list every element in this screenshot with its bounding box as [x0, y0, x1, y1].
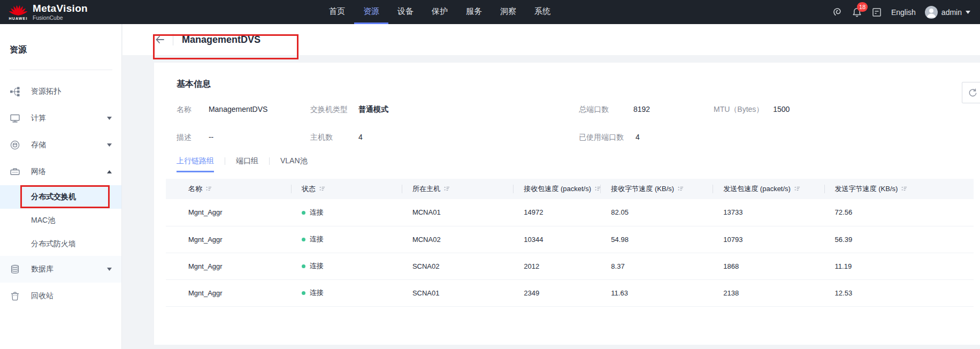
sidebar-item-label: 分布式防火墙: [31, 239, 76, 249]
sidebar-item-database[interactable]: 数据库: [0, 256, 121, 283]
table-row[interactable]: Mgnt_Aggr 连接 MCNA01 14972 82.05 13733 72…: [166, 199, 974, 226]
tab-port-group[interactable]: 端口组: [236, 156, 258, 172]
info-field-switch-type: 交换机类型 普通模式: [310, 105, 579, 115]
nav-item-home[interactable]: 首页: [320, 0, 354, 24]
title-divider: [173, 34, 173, 45]
col-header-tx-byte-rate[interactable]: 发送字节速度 (KB/s): [824, 179, 974, 199]
cell-rx-kb: 82.05: [600, 199, 713, 226]
col-header-rx-byte-rate[interactable]: 接收字节速度 (KB/s): [600, 179, 713, 199]
username-label: admin: [941, 8, 962, 17]
sidebar-item-label: 回收站: [31, 291, 53, 301]
refresh-button[interactable]: [962, 82, 980, 103]
product-subname: FusionCube: [33, 15, 88, 21]
sort-icon[interactable]: [794, 186, 800, 192]
sidebar-item-compute[interactable]: 计算: [0, 105, 121, 132]
sort-icon[interactable]: [901, 186, 907, 192]
storage-icon: [10, 140, 20, 150]
col-header-name[interactable]: 名称: [166, 179, 291, 199]
cell-rx-kb: 11.63: [600, 279, 713, 306]
cell-tx-kb: 11.19: [824, 253, 974, 279]
sidebar-item-network[interactable]: 网络: [0, 158, 121, 185]
sort-icon[interactable]: [678, 186, 684, 192]
page-title: ManagementDVS: [182, 34, 261, 45]
cell-rx-kb: 8.37: [600, 253, 713, 279]
main-navigation: 首页 资源 设备 保护 服务 洞察 系统: [320, 0, 560, 24]
topology-icon: [10, 86, 20, 97]
sidebar-item-mac-pool[interactable]: MAC池: [0, 209, 121, 232]
tab-vlan-pool[interactable]: VLAN池: [280, 156, 308, 172]
cell-rx-kb: 54.98: [600, 226, 713, 253]
network-icon: [10, 166, 20, 177]
sidebar-item-distributed-firewall[interactable]: 分布式防火墙: [0, 232, 121, 256]
recycle-bin-icon: [10, 291, 20, 301]
tab-uplink-group[interactable]: 上行链路组: [177, 156, 214, 172]
nav-item-devices[interactable]: 设备: [388, 0, 423, 24]
cell-name: Mgnt_Aggr: [166, 253, 291, 279]
dvs-detail-card: 基本信息 名称 ManagementDVS 交换机类型 普通模式 总端口数 81…: [154, 63, 980, 345]
basic-info-grid: 名称 ManagementDVS 交换机类型 普通模式 总端口数 8192 MT…: [177, 105, 980, 142]
task-list-icon[interactable]: [871, 7, 882, 18]
nav-item-services[interactable]: 服务: [457, 0, 491, 24]
col-header-status[interactable]: 状态: [291, 179, 402, 199]
back-arrow-icon: [155, 35, 165, 44]
product-name-block: MetaVision FusionCube: [33, 3, 88, 21]
sidebar-item-label: 分布式交换机: [31, 192, 76, 202]
sort-icon[interactable]: [595, 186, 600, 192]
page-title-strip: ManagementDVS: [122, 24, 980, 55]
info-field-mtu: MTU（Bytes） 1500: [714, 105, 980, 115]
cell-status: 连接: [291, 279, 402, 306]
cell-tx-kb: 72.56: [824, 199, 974, 226]
chevron-down-icon: [107, 143, 112, 147]
huawei-logo: HUAWEI: [9, 4, 28, 20]
table-header-row: 名称 状态 所在主机 接收包速度 (packet/s) 接收字节速度 (KB/s…: [166, 179, 974, 199]
sidebar-item-recycle-bin[interactable]: 回收站: [0, 283, 121, 309]
sidebar-divider: [10, 70, 112, 70]
cell-tx-kb: 12.53: [824, 279, 974, 306]
sidebar-item-distributed-switch[interactable]: 分布式交换机: [0, 185, 121, 209]
status-dot: [302, 291, 305, 295]
uplink-table-wrap: 名称 状态 所在主机 接收包速度 (packet/s) 接收字节速度 (KB/s…: [166, 179, 974, 307]
back-button[interactable]: [155, 35, 165, 44]
sidebar-item-resource-topology[interactable]: 资源拓扑: [0, 78, 121, 105]
col-header-tx-packet-rate[interactable]: 发送包速度 (packet/s): [713, 179, 824, 199]
caret-down-icon: [966, 11, 970, 14]
huawei-logo-icon: [9, 4, 28, 16]
col-header-host[interactable]: 所在主机: [402, 179, 513, 199]
info-field-host-count: 主机数 4: [310, 133, 579, 142]
cell-rx-pkt: 10344: [513, 226, 600, 253]
table-row[interactable]: Mgnt_Aggr 连接 MCNA02 10344 54.98 10793 56…: [166, 226, 974, 253]
compute-icon: [10, 113, 20, 124]
info-field-name: 名称 ManagementDVS: [177, 105, 310, 115]
cell-tx-pkt: 10793: [713, 226, 824, 253]
top-header-bar: HUAWEI MetaVision FusionCube 首页 资源 设备 保护…: [0, 0, 980, 24]
sort-icon[interactable]: [444, 186, 450, 192]
sidebar-item-label: 存储: [31, 140, 46, 150]
notifications-button[interactable]: 18: [852, 7, 862, 18]
cell-tx-pkt: 13733: [713, 199, 824, 226]
cell-host: SCNA01: [402, 279, 513, 306]
sort-icon[interactable]: [206, 186, 212, 192]
cell-tx-kb: 56.39: [824, 226, 974, 253]
gesture-icon[interactable]: [831, 6, 843, 18]
user-menu[interactable]: admin: [925, 6, 970, 19]
col-header-rx-packet-rate[interactable]: 接收包速度 (packet/s): [513, 179, 600, 199]
refresh-icon: [968, 88, 977, 97]
topbar-right-tools: 18 English admin: [831, 0, 970, 24]
info-field-total-ports: 总端口数 8192: [579, 105, 714, 115]
cell-rx-pkt: 2349: [513, 279, 600, 306]
user-avatar: [925, 6, 938, 19]
nav-item-insight[interactable]: 洞察: [491, 0, 525, 24]
product-name: MetaVision: [33, 3, 88, 14]
nav-item-resources[interactable]: 资源: [354, 0, 388, 24]
cell-rx-pkt: 14972: [513, 199, 600, 226]
basic-info-title: 基本信息: [177, 63, 980, 90]
sidebar-item-storage[interactable]: 存储: [0, 132, 121, 158]
language-switcher[interactable]: English: [891, 8, 916, 17]
huawei-wordmark: HUAWEI: [9, 17, 27, 20]
sort-icon[interactable]: [319, 186, 325, 192]
table-row[interactable]: Mgnt_Aggr 连接 SCNA01 2349 11.63 2138 12.5…: [166, 279, 974, 306]
nav-item-protection[interactable]: 保护: [423, 0, 457, 24]
nav-item-system[interactable]: 系统: [525, 0, 560, 24]
table-row[interactable]: Mgnt_Aggr 连接 SCNA02 2012 8.37 1868 11.19: [166, 253, 974, 279]
info-field-used-ports: 已使用端口数 4: [579, 133, 714, 142]
